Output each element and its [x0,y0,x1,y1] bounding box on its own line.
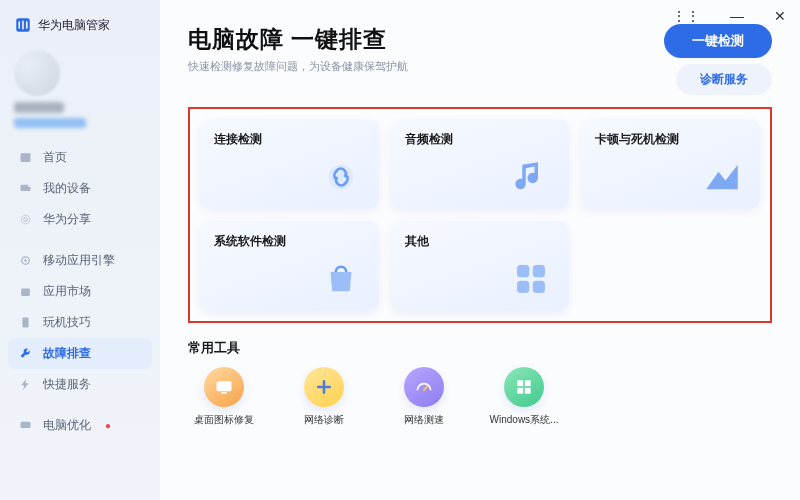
card-title: 其他 [405,233,556,250]
svg-rect-14 [517,281,529,293]
card-freeze[interactable]: 卡顿与死机检测 [581,119,760,209]
tool-label: 桌面图标修复 [194,413,254,427]
sidebar-item-quick[interactable]: 快捷服务 [8,369,152,400]
sidebar-item-tips[interactable]: 玩机技巧 [8,307,152,338]
user-block[interactable] [8,44,152,130]
svg-point-7 [24,259,27,262]
sidebar-item-optimize[interactable]: 电脑优化 ● [8,410,152,441]
link-icon [319,155,363,199]
tools-header: 常用工具 [188,339,772,357]
wrench-icon [18,346,33,361]
svg-point-3 [28,185,31,188]
tool-network-diagnosis[interactable]: 网络诊断 [288,367,360,427]
page-title: 电脑故障 一键排查 [188,24,408,55]
bolt-icon [18,377,33,392]
notification-dot-icon: ● [105,420,111,431]
window-controls: ⋮⋮ — ✕ [666,4,792,28]
svg-rect-8 [21,288,30,296]
more-icon[interactable]: ⋮⋮ [666,4,706,28]
app-title: 华为电脑管家 [38,17,110,34]
sidebar-item-label: 快捷服务 [43,376,91,393]
store-icon [18,284,33,299]
card-audio[interactable]: 音频检测 [391,119,570,209]
svg-rect-21 [525,388,531,394]
card-connection[interactable]: 连接检测 [200,119,379,209]
mobile-icon [18,253,33,268]
sidebar-item-store[interactable]: 应用市场 [8,276,152,307]
tools-row: 桌面图标修复 网络诊断 网络测速 [188,367,772,427]
avatar [14,50,60,96]
user-info-placeholder [14,118,86,128]
sidebar-item-label: 应用市场 [43,283,91,300]
svg-point-4 [24,218,28,222]
header-buttons: 一键检测 诊断服务 [664,24,772,95]
sidebar-item-mobile[interactable]: 移动应用引擎 [8,245,152,276]
tool-desktop-repair[interactable]: 桌面图标修复 [188,367,260,427]
svg-rect-17 [222,392,227,394]
card-system-software[interactable]: 系统软件检测 [200,221,379,311]
tools-section: 常用工具 桌面图标修复 网络诊断 [188,339,772,427]
app-title-row: 华为电脑管家 [8,14,152,44]
sidebar-item-label: 华为分享 [43,211,91,228]
diagnostic-service-button[interactable]: 诊断服务 [676,64,772,95]
app-root: 华为电脑管家 首页 我的设备 华为分享 移动应用引擎 [0,0,800,500]
share-icon [18,212,33,227]
sidebar-item-label: 玩机技巧 [43,314,91,331]
home-icon [18,150,33,165]
tool-label: 网络诊断 [304,413,344,427]
svg-rect-15 [533,281,545,293]
card-title: 卡顿与死机检测 [595,131,746,148]
sidebar-item-label: 我的设备 [43,180,91,197]
page-subtitle: 快速检测修复故障问题，为设备健康保驾护航 [188,59,408,74]
sidebar-item-device[interactable]: 我的设备 [8,173,152,204]
svg-rect-9 [22,318,28,328]
tool-label: 网络测速 [404,413,444,427]
card-grid: 连接检测 音频检测 卡顿与死机检测 [200,119,760,311]
tips-icon [18,315,33,330]
music-icon [509,155,553,199]
sidebar-item-troubleshoot[interactable]: 故障排查 [8,338,152,369]
card-other[interactable]: 其他 [391,221,570,311]
nav-section: 首页 我的设备 华为分享 移动应用引擎 应用市场 玩机技巧 [8,142,152,441]
device-icon [18,181,33,196]
svg-rect-1 [21,153,31,162]
desktop-icon [204,367,244,407]
plus-icon [304,367,344,407]
tool-windows-system[interactable]: Windows系统... [488,367,560,427]
sidebar-item-label: 首页 [43,149,67,166]
sidebar-item-label: 电脑优化 [43,417,91,434]
minimize-icon[interactable]: — [724,4,750,28]
svg-rect-10 [21,422,31,428]
app-logo-icon [14,16,32,34]
sidebar-item-label: 故障排查 [43,345,91,362]
svg-rect-12 [517,265,529,277]
svg-rect-13 [533,265,545,277]
bag-icon [319,257,363,301]
sidebar: 华为电脑管家 首页 我的设备 华为分享 移动应用引擎 [0,0,160,500]
card-title: 系统软件检测 [214,233,365,250]
highlighted-card-area: 连接检测 音频检测 卡顿与死机检测 [188,107,772,323]
svg-rect-18 [517,380,523,386]
card-title: 连接检测 [214,131,365,148]
user-name-placeholder [14,102,64,113]
main-content: 电脑故障 一键排查 快速检测修复故障问题，为设备健康保驾护航 一键检测 诊断服务… [160,0,800,500]
page-header: 电脑故障 一键排查 快速检测修复故障问题，为设备健康保驾护航 一键检测 诊断服务 [188,24,772,95]
header-left: 电脑故障 一键排查 快速检测修复故障问题，为设备健康保驾护航 [188,24,408,74]
tool-label: Windows系统... [490,413,559,427]
svg-point-5 [21,215,30,224]
sidebar-item-home[interactable]: 首页 [8,142,152,173]
card-title: 音频检测 [405,131,556,148]
tool-network-speed[interactable]: 网络测速 [388,367,460,427]
one-click-scan-button[interactable]: 一键检测 [664,24,772,58]
windows-icon [504,367,544,407]
svg-rect-16 [217,381,232,391]
chart-icon [700,155,744,199]
optimize-icon [18,418,33,433]
sidebar-item-label: 移动应用引擎 [43,252,115,269]
close-icon[interactable]: ✕ [768,4,792,28]
svg-rect-19 [525,380,531,386]
grid-icon [509,257,553,301]
sidebar-item-share[interactable]: 华为分享 [8,204,152,235]
svg-rect-20 [517,388,523,394]
gauge-icon [404,367,444,407]
